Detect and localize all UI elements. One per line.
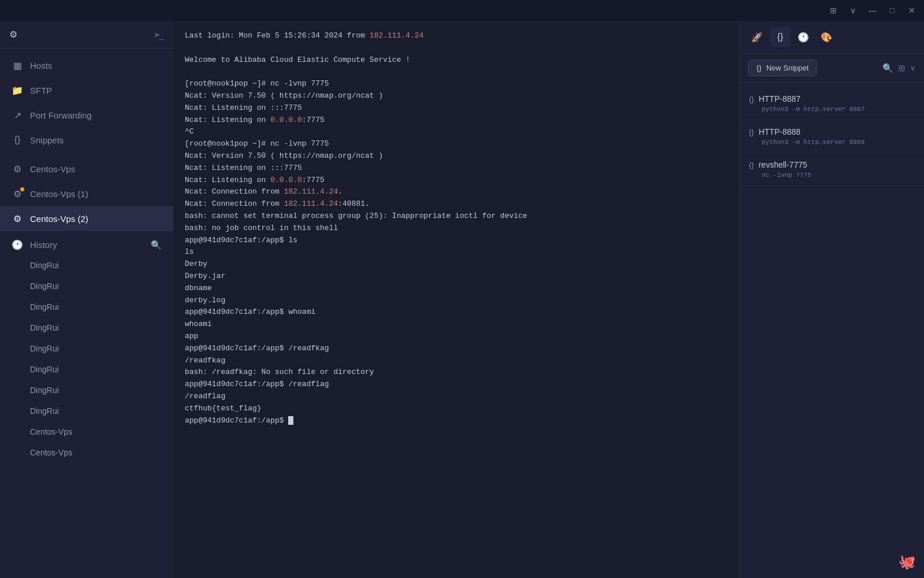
snippet-item-http-8888[interactable]: {} HTTP-8888 python3 -m http.server 8888 (740, 120, 924, 153)
tab-clock[interactable]: 🕐 (793, 27, 814, 47)
sidebar-item-port-forwarding-label: Port Forwarding (30, 110, 92, 120)
terminal-line: Welcome to Alibaba Cloud Elastic Compute… (185, 54, 728, 66)
connection-centos-vps-1[interactable]: ⚙ Centos-Vps (1) (0, 181, 173, 206)
terminal-line: Last login: Mon Feb 5 15:26:34 2024 from… (185, 30, 728, 42)
list-item[interactable]: DingRui (0, 359, 173, 380)
grid-icon: ▦ (12, 60, 23, 71)
terminal-line: Ncat: Connection from 182.111.4.24. (185, 186, 728, 198)
terminal-line: bash: no job control in this shell (185, 223, 728, 235)
new-snippet-button[interactable]: {} New Snippet (748, 60, 817, 76)
snippet-code-icon: {} (749, 95, 754, 103)
snippet-name: HTTP-8888 (759, 127, 800, 136)
tab-palette[interactable]: 🎨 (816, 27, 837, 47)
panel-toolbar: {} New Snippet 🔍 ⊞ ∨ (740, 54, 924, 83)
terminal-cursor (288, 416, 293, 425)
terminal-line: app@941d9dc7c1af:/app$ whoami (185, 306, 728, 318)
history-section: 🕐 History 🔍 DingRui DingRui DingRui Ding… (0, 231, 173, 578)
sidebar-item-hosts-label: Hosts (30, 61, 52, 71)
snippet-preview: python3 -m http.server 8888 (749, 139, 915, 146)
terminal-line: app@941d9dc7c1af:/app$ /readflag (185, 379, 728, 391)
snippet-name: revshell-7775 (759, 160, 807, 169)
terminal-line (185, 42, 728, 54)
snippet-item-revshell[interactable]: {} revshell-7775 nc -lvnp 7775 (740, 153, 924, 186)
chevron-icon[interactable]: ∨ (848, 5, 858, 16)
sidebar-item-hosts[interactable]: ▦ Hosts (0, 53, 173, 78)
connection-centos-vps[interactable]: ⚙ Centos-Vps (0, 157, 173, 181)
list-item[interactable]: Centos-Vps (0, 442, 173, 463)
history-search-button[interactable]: 🔍 (151, 240, 162, 250)
new-snippet-icon: {} (757, 64, 762, 72)
settings-button[interactable]: ⚙ (9, 29, 17, 40)
terminal-line: Ncat: Version 7.50 ( https://nmap.org/nc… (185, 90, 728, 102)
panel-tabs: 🚀 {} 🕐 🎨 (740, 21, 924, 54)
gear-icon: ⚙ (12, 164, 23, 175)
terminal-icon[interactable]: >_ (154, 30, 164, 39)
connection-centos-vps-1-label: Centos-Vps (1) (30, 189, 88, 199)
maximize-button[interactable]: □ (887, 5, 897, 16)
terminal-line: derby.log (185, 295, 728, 307)
tab-snippets[interactable]: {} (770, 27, 791, 47)
terminal-line: [root@nook1pop ~]# nc -lvnp 7775 (185, 138, 728, 150)
terminal-line: app@941d9dc7c1af:/app$ ls (185, 235, 728, 247)
chevron-down-icon[interactable]: ∨ (910, 64, 916, 72)
sidebar-item-snippets[interactable]: {} Snippets (0, 128, 173, 152)
snippet-list: {} HTTP-8887 python3 -m http.server 8887… (740, 83, 924, 546)
terminal-line: Derby.jar (185, 271, 728, 283)
close-button[interactable]: ✕ (907, 5, 917, 16)
terminal-line: bash: cannot set terminal process group … (185, 210, 728, 223)
history-label: History (30, 240, 57, 250)
panel-toolbar-right: 🔍 ⊞ ∨ (882, 63, 916, 73)
layout-toggle-icon[interactable]: ⊞ (898, 63, 906, 73)
list-item[interactable]: DingRui (0, 401, 173, 421)
terminal[interactable]: Last login: Mon Feb 5 15:26:34 2024 from… (173, 21, 739, 578)
terminal-line: whoami (185, 318, 728, 331)
snippet-item-http-8887[interactable]: {} HTTP-8887 python3 -m http.server 8887 (740, 87, 924, 120)
layout-icon[interactable]: ⊞ (828, 5, 839, 16)
minimize-button[interactable]: — (867, 5, 878, 16)
list-item[interactable]: DingRui (0, 255, 173, 276)
gear-dot-icon: ⚙ (12, 188, 23, 199)
history-title-row: 🕐 History (12, 239, 57, 250)
right-panel: 🚀 {} 🕐 🎨 {} New Snippet 🔍 ⊞ ∨ {} HTTP-88… (739, 21, 924, 578)
list-item[interactable]: DingRui (0, 338, 173, 359)
tab-rocket[interactable]: 🚀 (747, 27, 767, 47)
terminal-line: Ncat: Listening on :::7775 (185, 102, 728, 114)
snippet-preview: nc -lvnp 7775 (749, 172, 915, 179)
list-item[interactable]: DingRui (0, 297, 173, 317)
connections-list: ⚙ Centos-Vps ⚙ Centos-Vps (1) ⚙ Centos-V… (0, 157, 173, 231)
snippet-title: {} HTTP-8887 (749, 94, 915, 103)
terminal-line (185, 66, 728, 78)
connection-centos-vps-label: Centos-Vps (30, 164, 75, 174)
list-item[interactable]: DingRui (0, 276, 173, 297)
terminal-line: Ncat: Version 7.50 ( https://nmap.org/nc… (185, 150, 728, 162)
list-item[interactable]: DingRui (0, 317, 173, 338)
terminal-line: app@941d9dc7c1af:/app$ /readfkag (185, 343, 728, 355)
terminal-line: dbname (185, 283, 728, 295)
list-item[interactable]: Centos-Vps (0, 421, 173, 442)
terminal-line: Ncat: Listening on 0.0.0.0:7775 (185, 175, 728, 187)
sidebar: ⚙ >_ ▦ Hosts 📁 SFTP ↗ Port Forwarding {}… (0, 21, 173, 578)
gear-active-icon: ⚙ (12, 213, 23, 224)
terminal-line: ^C (185, 126, 728, 138)
terminal-line: app (185, 331, 728, 343)
sidebar-item-port-forwarding[interactable]: ↗ Port Forwarding (0, 103, 173, 128)
terminal-line: [root@nook1pop ~]# nc -lvnp 7775 (185, 78, 728, 90)
terminal-line: /readflag (185, 391, 728, 403)
terminal-line: Ncat: Listening on 0.0.0.0:7775 (185, 114, 728, 127)
connection-centos-vps-2[interactable]: ⚙ Centos-Vps (2) (0, 206, 173, 231)
connection-centos-vps-2-label: Centos-Vps (2) (30, 214, 88, 224)
list-item[interactable]: DingRui (0, 380, 173, 401)
search-icon[interactable]: 🔍 (882, 63, 893, 73)
snippet-title: {} revshell-7775 (749, 160, 915, 169)
terminal-line: Ncat: Connection from 182.111.4.24:40881… (185, 198, 728, 210)
arrow-icon: ↗ (12, 110, 23, 121)
clock-icon: 🕐 (12, 239, 23, 250)
terminal-line: /readfkag (185, 355, 728, 367)
terminal-line: bash: /readfkag: No such file or directo… (185, 366, 728, 379)
new-snippet-label: New Snippet (766, 64, 809, 72)
terminal-prompt-line: app@941d9dc7c1af:/app$ (185, 415, 728, 427)
sidebar-item-sftp[interactable]: 📁 SFTP (0, 78, 173, 103)
octopus-emoji[interactable]: 🐙 (899, 554, 916, 570)
history-header: 🕐 History 🔍 (0, 231, 173, 255)
sidebar-item-sftp-label: SFTP (30, 86, 52, 95)
